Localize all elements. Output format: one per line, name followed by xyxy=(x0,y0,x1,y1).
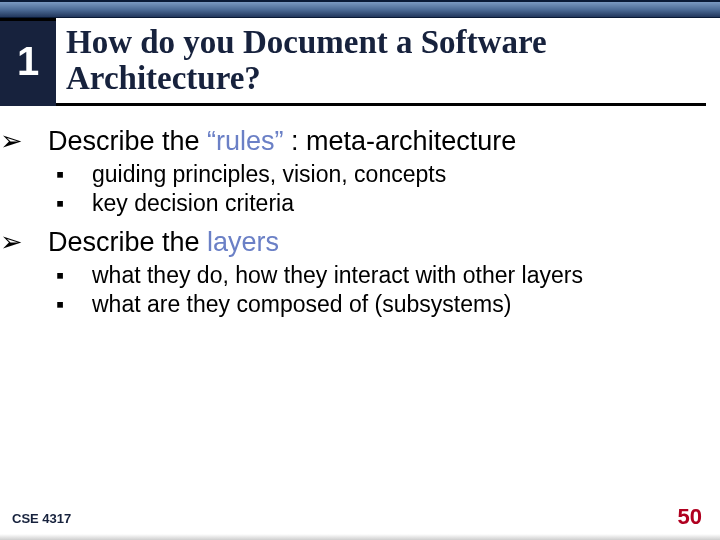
footer-course: CSE 4317 xyxy=(12,511,71,526)
subbullet-text: key decision criteria xyxy=(92,190,294,216)
bullet-highlight: layers xyxy=(207,227,279,257)
bullet-text-prefix: Describe the xyxy=(48,126,207,156)
footer-page-number: 50 xyxy=(678,504,702,530)
square-icon: ▪ xyxy=(76,160,92,188)
square-icon: ▪ xyxy=(76,189,92,217)
bullet-text-suffix: : meta-architecture xyxy=(284,126,517,156)
square-icon: ▪ xyxy=(76,261,92,289)
slide-title: How do you Document a Software Architect… xyxy=(66,24,700,97)
subbullet-text: what are they composed of (subsystems) xyxy=(92,291,511,317)
bullet-highlight: “rules” xyxy=(207,126,284,156)
subbullet-text: what they do, how they interact with oth… xyxy=(92,262,583,288)
bullet-level1: ➢Describe the “rules” : meta-architectur… xyxy=(26,126,692,158)
arrow-icon: ➢ xyxy=(26,126,48,158)
top-gradient-bar xyxy=(0,0,720,18)
title-underline xyxy=(56,103,706,106)
slide-number-box: 1 xyxy=(0,18,56,106)
bullet-level2: ▪what are they composed of (subsystems) xyxy=(76,290,692,318)
bullet-level2: ▪key decision criteria xyxy=(76,189,692,217)
square-icon: ▪ xyxy=(76,290,92,318)
title-block: How do you Document a Software Architect… xyxy=(66,24,700,97)
subbullet-text: guiding principles, vision, concepts xyxy=(92,161,446,187)
bullet-text-prefix: Describe the xyxy=(48,227,207,257)
slide-number: 1 xyxy=(0,21,56,101)
bullet-level2: ▪what they do, how they interact with ot… xyxy=(76,261,692,289)
arrow-icon: ➢ xyxy=(26,227,48,259)
bottom-shadow xyxy=(0,534,720,540)
bullet-level1: ➢Describe the layers xyxy=(26,227,692,259)
content-area: ➢Describe the “rules” : meta-architectur… xyxy=(26,120,692,319)
bullet-level2: ▪guiding principles, vision, concepts xyxy=(76,160,692,188)
